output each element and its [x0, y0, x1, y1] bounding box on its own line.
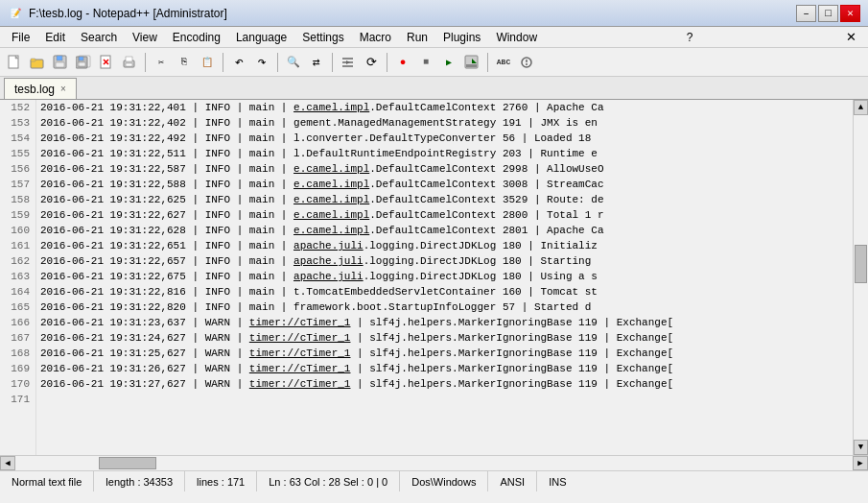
macro-stop-button[interactable]: ■: [415, 52, 436, 73]
print-button[interactable]: [119, 52, 140, 73]
menu-plugins[interactable]: Plugins: [435, 27, 488, 47]
code-line: 2016-06-21 19:31:22,675 | INFO | main | …: [36, 269, 853, 284]
code-line: 2016-06-21 19:31:22,588 | INFO | main | …: [36, 177, 853, 192]
redo-button[interactable]: ↷: [251, 52, 272, 73]
open-button[interactable]: [27, 52, 48, 73]
close-button[interactable]: ✕: [840, 5, 860, 22]
macro-rec-button[interactable]: ●: [392, 52, 413, 73]
save-button[interactable]: [50, 52, 71, 73]
cut-button[interactable]: ✂: [151, 52, 172, 73]
scroll-up-button[interactable]: ▲: [854, 100, 868, 115]
maximize-button[interactable]: □: [818, 5, 838, 22]
line-number: 166: [0, 315, 35, 330]
scroll-track-h[interactable]: [15, 456, 853, 470]
length-status: length : 34353: [94, 471, 185, 491]
menu-encoding[interactable]: Encoding: [165, 27, 228, 47]
save-all-button[interactable]: [73, 52, 94, 73]
svg-point-26: [526, 63, 528, 65]
code-line: 2016-06-21 19:31:22,402 | INFO | main | …: [36, 115, 853, 131]
scroll-down-button[interactable]: ▼: [854, 440, 868, 455]
lines-status: lines : 171: [185, 471, 257, 491]
copy-button[interactable]: ⎘: [174, 52, 195, 73]
menu-view[interactable]: View: [125, 27, 165, 47]
encoding-status: ANSI: [488, 471, 537, 491]
code-line: 2016-06-21 19:31:23,637 | WARN | timer:/…: [36, 315, 853, 330]
toolbar-sep-1: [145, 53, 146, 72]
line-ending-status: Dos\Windows: [400, 471, 488, 491]
tab-close-button[interactable]: ×: [60, 84, 66, 94]
macro-play-button[interactable]: ▶: [438, 52, 459, 73]
code-line: 2016-06-21 19:31:24,627 | WARN | timer:/…: [36, 330, 853, 346]
code-editor[interactable]: 2016-06-21 19:31:22,401 | INFO | main | …: [36, 100, 853, 455]
menu-help[interactable]: ?: [679, 27, 713, 47]
line-number: 161: [0, 238, 35, 253]
menu-file[interactable]: File: [4, 27, 37, 47]
line-number: 155: [0, 146, 35, 161]
paste-button[interactable]: 📋: [197, 52, 218, 73]
scroll-right-button[interactable]: ▶: [853, 456, 868, 470]
file-tab[interactable]: tesb.log ×: [4, 78, 77, 99]
scroll-thumb-h[interactable]: [99, 457, 156, 469]
window-controls: – □ ✕: [796, 5, 860, 22]
tab-label: tesb.log: [14, 83, 55, 96]
line-number: 164: [0, 284, 35, 299]
code-line: 2016-06-21 19:31:22,628 | INFO | main | …: [36, 223, 853, 238]
insert-mode-status: INS: [537, 471, 577, 491]
toolbar-sep-6: [487, 53, 488, 72]
code-line: 2016-06-21 19:31:27,627 | WARN | timer:/…: [36, 376, 853, 392]
horizontal-scrollbar[interactable]: ◀ ▶: [0, 455, 868, 470]
svg-rect-5: [57, 56, 62, 60]
spell-button[interactable]: ABC: [493, 52, 514, 73]
line-number: 158: [0, 192, 35, 207]
line-number: 154: [0, 131, 35, 146]
code-line: 2016-06-21 19:31:22,657 | INFO | main | …: [36, 253, 853, 269]
line-number: 152: [0, 100, 35, 115]
code-line: 2016-06-21 19:31:25,627 | WARN | timer:/…: [36, 346, 853, 361]
svg-rect-3: [31, 59, 35, 61]
line-number: 165: [0, 299, 35, 315]
position-status: Ln : 63 Col : 28 Sel : 0 | 0: [257, 471, 400, 491]
menu-macro[interactable]: Macro: [352, 27, 399, 47]
code-line: 2016-06-21 19:31:22,401 | INFO | main | …: [36, 100, 853, 115]
extra-button[interactable]: [516, 52, 537, 73]
line-gutter: 1521531541551561571581591601611621631641…: [0, 100, 36, 455]
app-icon: 📝: [8, 6, 23, 21]
scroll-left-button[interactable]: ◀: [0, 456, 15, 470]
code-line: 2016-06-21 19:31:22,816 | INFO | main | …: [36, 284, 853, 299]
line-number: 159: [0, 207, 35, 223]
indent-button[interactable]: [338, 52, 359, 73]
menu-window[interactable]: Window: [488, 27, 545, 47]
close-app-button[interactable]: ✕: [846, 30, 864, 44]
line-number: 163: [0, 269, 35, 284]
menu-edit[interactable]: Edit: [37, 27, 73, 47]
menu-language[interactable]: Language: [228, 27, 294, 47]
code-line: 2016-06-21 19:31:22,511 | INFO | main | …: [36, 146, 853, 161]
file-type-status: Normal text file: [0, 471, 94, 491]
undo-button[interactable]: ↶: [228, 52, 249, 73]
svg-rect-23: [466, 64, 477, 67]
code-line: [36, 392, 853, 407]
close-file-button[interactable]: [96, 52, 117, 73]
menu-settings[interactable]: Settings: [294, 27, 351, 47]
new-button[interactable]: [4, 52, 25, 73]
sync-scroll-button[interactable]: ⟳: [361, 52, 382, 73]
code-line: 2016-06-21 19:31:22,587 | INFO | main | …: [36, 161, 853, 177]
scroll-thumb-v[interactable]: [855, 245, 867, 283]
toolbar: ✂ ⎘ 📋 ↶ ↷ 🔍 ⇄ ⟳ ● ■ ▶ ABC: [0, 48, 868, 77]
find-button[interactable]: 🔍: [283, 52, 304, 73]
vertical-scrollbar[interactable]: ▲ ▼: [853, 100, 868, 455]
tab-bar: tesb.log ×: [0, 77, 868, 100]
scroll-track-v[interactable]: [854, 115, 868, 440]
line-number: 171: [0, 392, 35, 407]
line-number: 153: [0, 115, 35, 131]
line-number: 156: [0, 161, 35, 177]
svg-marker-20: [346, 60, 350, 64]
title-bar: 📝 F:\tesb.log - Notepad++ [Administrator…: [0, 0, 868, 27]
minimize-button[interactable]: –: [796, 5, 816, 22]
menu-search[interactable]: Search: [73, 27, 125, 47]
status-bar: Normal text file length : 34353 lines : …: [0, 470, 868, 491]
menu-run[interactable]: Run: [399, 27, 435, 47]
code-line: 2016-06-21 19:31:26,627 | WARN | timer:/…: [36, 361, 853, 376]
replace-button[interactable]: ⇄: [306, 52, 327, 73]
macro-save-button[interactable]: [461, 52, 482, 73]
